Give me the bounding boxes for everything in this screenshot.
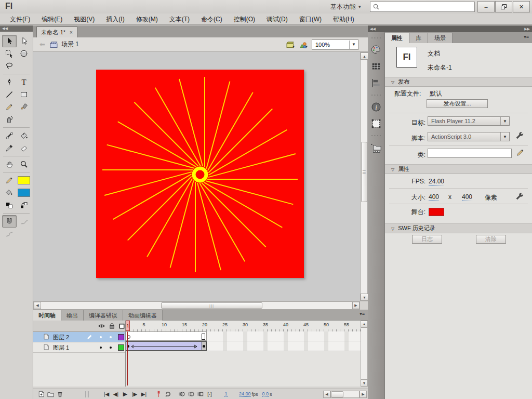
- size-settings-wrench-icon[interactable]: [515, 192, 524, 201]
- edit-scene-button[interactable]: ▾: [286, 41, 295, 49]
- 3d-rotation-tool[interactable]: [17, 48, 31, 59]
- loop-button[interactable]: [163, 390, 172, 399]
- deco-tool[interactable]: [3, 114, 16, 125]
- empty-keyframe-span[interactable]: [126, 331, 207, 341]
- horizontal-scroll-thumb[interactable]: |||: [161, 302, 262, 309]
- lasso-tool[interactable]: [3, 60, 16, 72]
- pencil-tool[interactable]: [3, 101, 16, 113]
- subselection-tool[interactable]: [18, 35, 31, 47]
- play-button[interactable]: ▶: [121, 390, 130, 399]
- vertical-scroll-thumb[interactable]: ☰: [361, 142, 367, 202]
- stage-pasteboard[interactable]: [33, 52, 360, 301]
- collapse-panel-icon[interactable]: ◀◀: [0, 25, 33, 32]
- selection-tool[interactable]: [2, 35, 17, 47]
- panel-menu-icon[interactable]: ▾≡: [360, 311, 365, 316]
- menu-item-9[interactable]: 调试(D): [261, 14, 294, 25]
- onion-skin-button[interactable]: [177, 390, 186, 399]
- layer-visible-dot[interactable]: [100, 347, 102, 349]
- brush-tool[interactable]: [17, 101, 31, 113]
- starburst-drawing[interactable]: [96, 70, 304, 278]
- layer-row-2[interactable]: 图层 1: [33, 342, 125, 353]
- search-input[interactable]: [370, 2, 475, 12]
- dock-grip-dots[interactable]: [371, 134, 381, 137]
- stage-width-value[interactable]: 400: [429, 193, 439, 201]
- restore-button[interactable]: [495, 1, 512, 12]
- scroll-right-button[interactable]: ▶: [352, 302, 360, 309]
- timeline-ruler[interactable]: 1 510152025303540455055: [126, 321, 361, 332]
- menu-item-3[interactable]: 视图(V): [68, 14, 100, 25]
- current-frame-field[interactable]: 1: [221, 390, 231, 399]
- close-button[interactable]: ✕: [513, 1, 530, 12]
- frame-row-2[interactable]: [126, 341, 361, 351]
- motion-tween-span[interactable]: [126, 341, 207, 351]
- timeline-vertical-scrollbar[interactable]: ▲ ▼: [361, 321, 368, 387]
- zoom-level-dropdown[interactable]: 100% ▼: [312, 39, 358, 50]
- scroll-down-button[interactable]: ▼: [361, 294, 368, 301]
- center-frame-button[interactable]: [154, 390, 163, 399]
- layer-name[interactable]: 图层 1: [53, 344, 69, 352]
- delete-layer-button[interactable]: [55, 390, 64, 399]
- back-arrow-icon[interactable]: ⬅: [39, 41, 45, 48]
- menu-item-4[interactable]: 插入(I): [100, 14, 130, 25]
- outline-layers-icon[interactable]: [118, 322, 126, 330]
- workspace-switcher-button[interactable]: 基本功能 ▾: [327, 2, 364, 11]
- stage-color-swatch[interactable]: [429, 208, 444, 216]
- dock-panel-button-info[interactable]: i: [370, 101, 382, 113]
- frame-rate-field[interactable]: 24.00fps: [239, 390, 262, 399]
- timeline-tab-3[interactable]: 编译器错误: [84, 310, 123, 321]
- target-dropdown[interactable]: Flash Player 11.2 ▼: [428, 116, 510, 126]
- script-settings-wrench-icon[interactable]: [515, 131, 524, 140]
- frame-row-1[interactable]: [126, 331, 361, 341]
- scroll-left-button[interactable]: ◀: [34, 302, 41, 309]
- swf-clear-button[interactable]: 清除: [476, 235, 506, 244]
- new-layer-button[interactable]: [36, 390, 46, 399]
- edit-symbols-button[interactable]: ▾: [299, 41, 308, 49]
- step-forward-button[interactable]: |▶: [130, 390, 139, 399]
- dock-panel-button-swatches[interactable]: [370, 60, 382, 73]
- hand-tool[interactable]: [3, 158, 16, 170]
- current-frame-marker[interactable]: 1: [126, 321, 130, 331]
- tab-close-icon[interactable]: ×: [70, 30, 73, 35]
- menu-item-11[interactable]: 帮助(H): [327, 14, 360, 25]
- timeline-tab-4[interactable]: 动画编辑器: [123, 310, 163, 321]
- timeline-tab-2[interactable]: 输出: [61, 310, 84, 321]
- bone-tool[interactable]: [3, 130, 16, 141]
- layer-visible-dot[interactable]: [100, 336, 102, 338]
- menu-item-5[interactable]: 修改(M): [130, 14, 164, 25]
- eraser-tool[interactable]: [17, 142, 31, 154]
- dock-grip-dots[interactable]: [371, 36, 381, 39]
- snap-magnet[interactable]: [2, 215, 17, 228]
- smooth-tool[interactable]: [18, 216, 31, 227]
- dock-panel-button-transform[interactable]: [370, 117, 382, 130]
- fill-bucket[interactable]: [3, 187, 16, 198]
- frames-grid[interactable]: [126, 331, 361, 351]
- eyedropper-tool[interactable]: [3, 142, 16, 154]
- pane-resize-grip[interactable]: [85, 391, 89, 397]
- fill-color-swatch[interactable]: [18, 189, 30, 197]
- onion-skin-outlines-button[interactable]: [186, 390, 195, 399]
- dock-collapse-bar[interactable]: ◀◀ ▶▶: [368, 25, 532, 32]
- text-tool[interactable]: T: [17, 76, 31, 88]
- swap-colors[interactable]: [17, 200, 31, 211]
- layer-lock-dot[interactable]: [110, 347, 112, 349]
- dock-panel-button-color[interactable]: [370, 44, 382, 56]
- menu-item-6[interactable]: 文本(T): [164, 14, 195, 25]
- black-white[interactable]: [3, 200, 16, 211]
- dock-panel-button-align[interactable]: [370, 77, 382, 89]
- class-input[interactable]: [428, 149, 512, 158]
- dock-grip-dots[interactable]: [371, 94, 381, 97]
- vertical-scrollbar[interactable]: ▲ ☰ ▼: [360, 52, 368, 301]
- swf-log-button[interactable]: 日志: [412, 235, 442, 244]
- step-back-button[interactable]: ◀|: [111, 390, 121, 399]
- zoom-tool[interactable]: [17, 158, 31, 170]
- edit-multiple-frames-button[interactable]: [195, 390, 205, 399]
- lock-layers-icon[interactable]: [108, 322, 116, 330]
- playhead-line[interactable]: [127, 331, 128, 385]
- swf-history-section-header[interactable]: ▽SWF 历史记录: [385, 223, 532, 233]
- publish-section-header[interactable]: ▽发布: [385, 77, 532, 87]
- timeline-tab-1[interactable]: 时间轴: [33, 310, 61, 321]
- go-to-last-frame-button[interactable]: ▶|: [139, 390, 149, 399]
- rectangle-tool[interactable]: [17, 89, 31, 100]
- minimize-button[interactable]: –: [477, 1, 495, 12]
- paint-bucket-tool[interactable]: [17, 130, 31, 141]
